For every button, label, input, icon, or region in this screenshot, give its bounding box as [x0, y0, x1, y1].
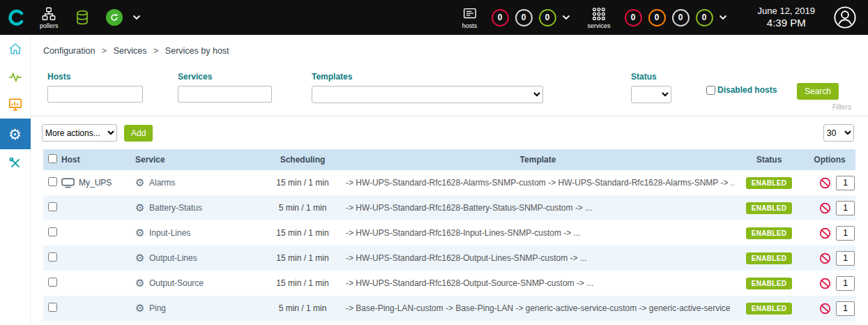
status-counter[interactable]: 0	[539, 9, 556, 27]
services-menu[interactable]: services	[580, 6, 618, 29]
chevron-down-icon[interactable]	[562, 15, 570, 20]
pollers-icon	[41, 6, 56, 22]
sidebar: ⚙	[0, 35, 31, 325]
services-filter-input[interactable]	[178, 86, 272, 103]
row-checkbox[interactable]	[48, 202, 57, 211]
hosts-label: hosts	[462, 23, 478, 29]
status-counter[interactable]: 0	[625, 9, 642, 27]
top-bar: pollers hosts 000	[0, 0, 868, 35]
service-name-link[interactable]: Ping	[149, 303, 166, 313]
chevron-down-icon[interactable]	[132, 15, 141, 20]
row-checkbox[interactable]	[48, 278, 57, 287]
disable-icon[interactable]	[819, 278, 831, 289]
page-size-select[interactable]: 30	[823, 124, 854, 142]
ok-status-icon	[106, 9, 123, 26]
service-name-link[interactable]: Output-Source	[149, 278, 204, 288]
row-checkbox[interactable]	[48, 303, 57, 312]
scheduling-value: 15 min / 1 min	[264, 220, 342, 245]
datetime-display: June 12, 2019 4:39 PM	[758, 6, 815, 30]
user-icon	[833, 6, 857, 29]
breadcrumb: Configuration > Services > Services by h…	[31, 35, 868, 63]
options-count-input[interactable]	[836, 226, 855, 241]
disable-icon[interactable]	[819, 303, 831, 315]
heartbeat-icon	[8, 69, 23, 84]
template-chain: -> HW-UPS-Standard-Rfc1628-Alarms-SNMP-c…	[342, 170, 734, 195]
pollers-menu[interactable]: pollers	[32, 6, 66, 29]
database-status[interactable]	[66, 9, 98, 26]
sidebar-item-configuration[interactable]: ⚙	[0, 119, 31, 149]
sidebar-item-reporting[interactable]	[0, 91, 31, 119]
services-table-body: My_UPS⚙Alarms15 min / 1 min-> HW-UPS-Sta…	[43, 170, 855, 321]
service-name-link[interactable]: Output-Lines	[149, 253, 197, 263]
filters-caption: Filters	[787, 103, 851, 111]
filter-bar: Hosts Services Templates Status Disabled…	[31, 63, 868, 116]
service-name-link[interactable]: Alarms	[149, 178, 175, 188]
main-content: Configuration > Services > Services by h…	[31, 35, 868, 325]
services-filter-label: Services	[178, 72, 272, 82]
chevron-down-icon[interactable]	[719, 15, 727, 20]
breadcrumb-configuration[interactable]: Configuration	[43, 46, 95, 56]
hosts-counters: 000	[485, 9, 556, 27]
column-header-status[interactable]: Status	[734, 149, 804, 170]
services-table: Host Service Scheduling Template Status …	[43, 149, 855, 321]
more-actions-select[interactable]: More actions...	[42, 124, 117, 142]
database-icon	[74, 9, 91, 26]
hosts-filter-input[interactable]	[47, 86, 143, 103]
templates-filter: Templates	[312, 72, 543, 103]
service-name-link[interactable]: Battery-Status	[149, 203, 202, 213]
template-chain: -> HW-UPS-Standard-Rfc1628-Output-Lines-…	[342, 245, 734, 271]
status-counter[interactable]: 0	[696, 9, 713, 27]
row-checkbox[interactable]	[48, 227, 57, 236]
disabled-hosts-label[interactable]: Disabled hosts	[717, 85, 777, 95]
status-counter[interactable]: 0	[492, 9, 509, 27]
hosts-status-group: hosts 000	[455, 6, 570, 29]
services-status-group: services 0000	[580, 6, 727, 29]
host-name-link[interactable]: My_UPS	[79, 178, 112, 188]
platform-status[interactable]	[98, 9, 149, 26]
centreon-logo[interactable]	[0, 0, 32, 35]
sidebar-item-monitoring[interactable]	[0, 63, 31, 91]
home-icon	[8, 41, 23, 56]
status-badge: ENABLED	[746, 177, 792, 189]
status-badge: ENABLED	[746, 202, 792, 214]
scheduling-value: 15 min / 1 min	[264, 271, 342, 296]
disable-icon[interactable]	[819, 227, 831, 239]
table-row: ⚙Input-Lines15 min / 1 min-> HW-UPS-Stan…	[43, 220, 855, 245]
disable-icon[interactable]	[819, 202, 831, 214]
disable-icon[interactable]	[819, 177, 831, 189]
column-header-service[interactable]: Service	[132, 149, 264, 170]
status-counter[interactable]: 0	[672, 9, 690, 27]
user-menu[interactable]	[833, 6, 857, 29]
template-chain: -> Base-Ping-LAN-custom -> Base-Ping-LAN…	[342, 296, 734, 321]
sidebar-item-home[interactable]	[0, 35, 31, 63]
status-counter[interactable]: 0	[648, 9, 666, 27]
status-counter[interactable]: 0	[515, 9, 533, 27]
row-checkbox[interactable]	[48, 252, 57, 262]
column-header-options[interactable]: Options	[804, 149, 855, 170]
centreon-logo-icon	[7, 8, 25, 27]
options-count-input[interactable]	[836, 301, 855, 316]
services-icon	[591, 6, 607, 22]
disabled-hosts-checkbox[interactable]	[706, 86, 715, 95]
column-header-host[interactable]: Host	[61, 149, 132, 170]
row-checkbox[interactable]	[48, 177, 57, 186]
options-count-input[interactable]	[836, 251, 855, 266]
options-count-input[interactable]	[836, 176, 855, 190]
scheduling-value: 5 min / 1 min	[264, 195, 342, 220]
service-gear-icon: ⚙	[135, 202, 149, 214]
options-count-input[interactable]	[836, 276, 855, 291]
disable-icon[interactable]	[819, 252, 831, 264]
status-select[interactable]	[631, 86, 671, 103]
service-name-link[interactable]: Input-Lines	[149, 228, 190, 238]
hosts-menu[interactable]: hosts	[455, 6, 485, 29]
column-header-template[interactable]: Template	[342, 149, 734, 170]
tools-icon	[8, 156, 23, 171]
add-button[interactable]: Add	[124, 125, 153, 142]
breadcrumb-services[interactable]: Services	[114, 46, 147, 56]
templates-select[interactable]	[312, 86, 543, 103]
select-all-checkbox[interactable]	[48, 154, 57, 163]
search-button[interactable]: Search	[797, 83, 839, 100]
options-count-input[interactable]	[836, 201, 855, 216]
column-header-scheduling[interactable]: Scheduling	[264, 149, 342, 170]
sidebar-item-administration[interactable]	[0, 149, 31, 177]
